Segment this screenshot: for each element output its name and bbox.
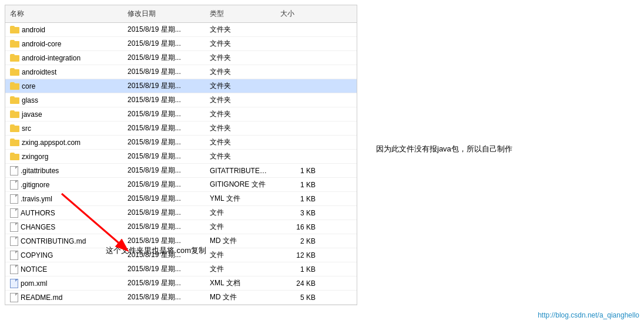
- file-size-cell: 2 KB: [276, 237, 323, 246]
- file-size-cell: [276, 114, 323, 115]
- folder-icon: [10, 124, 19, 132]
- folder-icon: [10, 96, 19, 104]
- file-name: javase: [22, 110, 42, 119]
- file-type-cell: XML 文档: [205, 278, 276, 289]
- file-name: zxingorg: [22, 153, 48, 161]
- file-name: android-integration: [22, 54, 80, 62]
- table-row[interactable]: .gitattributes 2015/8/19 星期... GITATTRIB…: [5, 164, 357, 178]
- file-size-cell: [276, 156, 323, 157]
- file-date-cell: 2015/8/19 星期...: [123, 165, 205, 176]
- table-row[interactable]: NOTICE 2015/8/19 星期... 文件 1 KB: [5, 262, 357, 276]
- table-row[interactable]: README.md 2015/8/19 星期... MD 文件 5 KB: [5, 291, 357, 305]
- annotation-text-2: 这个文件夹里也是将.com复制: [106, 245, 247, 256]
- file-date-cell: 2015/8/19 星期...: [123, 278, 205, 289]
- file-size-cell: 5 KB: [276, 293, 323, 302]
- file-name-cell: glass: [5, 96, 123, 105]
- file-type-cell: 文件: [205, 264, 276, 275]
- file-icon: [10, 180, 18, 190]
- file-name-cell: CHANGES: [5, 222, 123, 232]
- file-name: .travis.yml: [21, 195, 52, 203]
- file-icon: [10, 237, 18, 246]
- table-row[interactable]: AUTHORS 2015/8/19 星期... 文件 3 KB: [5, 206, 357, 220]
- table-row[interactable]: android 2015/8/19 星期... 文件夹: [5, 23, 357, 37]
- file-size-cell: 16 KB: [276, 222, 323, 232]
- table-row[interactable]: androidtest 2015/8/19 星期... 文件夹: [5, 65, 357, 79]
- file-date-cell: 2015/8/19 星期...: [123, 123, 205, 134]
- file-name-cell: android-integration: [5, 53, 123, 63]
- file-name: glass: [22, 96, 38, 104]
- file-size-cell: [276, 58, 323, 59]
- file-name: CHANGES: [21, 223, 55, 231]
- folder-icon: [10, 68, 19, 76]
- file-name: NOTICE: [21, 265, 47, 274]
- file-name-cell: COPYING: [5, 250, 123, 261]
- file-name: README.md: [21, 293, 62, 302]
- folder-icon: [10, 110, 19, 118]
- table-row[interactable]: core 2015/8/19 星期... 文件夹: [5, 79, 357, 93]
- folder-icon: [10, 26, 19, 33]
- table-header: 名称 修改日期 类型 大小: [5, 5, 357, 23]
- file-name-cell: .travis.yml: [5, 194, 123, 204]
- file-name: CONTRIBUTING.md: [21, 237, 86, 245]
- file-name-cell: README.md: [5, 292, 123, 303]
- table-row[interactable]: src 2015/8/19 星期... 文件夹: [5, 122, 357, 136]
- file-xml-icon: [10, 279, 18, 288]
- file-date-cell: 2015/8/19 星期...: [123, 80, 205, 92]
- table-row[interactable]: zxing.appspot.com 2015/8/19 星期... 文件夹: [5, 136, 357, 150]
- file-name-cell: androidtest: [5, 68, 123, 77]
- file-type-cell: 文件夹: [205, 137, 276, 148]
- file-type-cell: GITATTRIBUTES ...: [205, 166, 276, 176]
- file-icon: [10, 265, 18, 274]
- file-name-cell: pom.xml: [5, 278, 123, 289]
- file-date-cell: 2015/8/19 星期...: [123, 193, 205, 204]
- table-row[interactable]: .gitignore 2015/8/19 星期... GITIGNORE 文件 …: [5, 178, 357, 192]
- file-name-cell: core: [5, 82, 123, 91]
- table-row[interactable]: android-core 2015/8/19 星期... 文件夹: [5, 37, 357, 51]
- file-size-cell: 12 KB: [276, 251, 323, 260]
- file-list: 名称 修改日期 类型 大小 android 2015/8/19 星期... 文件…: [5, 5, 357, 305]
- file-date-cell: 2015/8/19 星期...: [123, 95, 205, 106]
- file-name: .gitignore: [21, 181, 49, 189]
- file-type-cell: 文件夹: [205, 151, 276, 162]
- table-row[interactable]: javase 2015/8/19 星期... 文件夹: [5, 107, 357, 122]
- file-type-cell: 文件夹: [205, 24, 276, 35]
- file-size-cell: [276, 29, 323, 31]
- folder-icon: [10, 82, 19, 90]
- file-size-cell: 1 KB: [276, 166, 323, 176]
- file-name: androidtest: [22, 68, 56, 76]
- table-row[interactable]: zxingorg 2015/8/19 星期... 文件夹: [5, 150, 357, 164]
- file-type-cell: 文件: [205, 207, 276, 218]
- col-header-size: 大小: [276, 8, 323, 20]
- table-row[interactable]: .travis.yml 2015/8/19 星期... YML 文件 1 KB: [5, 192, 357, 206]
- file-date-cell: 2015/8/19 星期...: [123, 52, 205, 63]
- file-size-cell: [276, 43, 323, 45]
- annotation-text-1: 因为此文件没有报java包，所以自己制作: [376, 144, 582, 154]
- table-row[interactable]: glass 2015/8/19 星期... 文件夹: [5, 93, 357, 107]
- file-size-cell: 1 KB: [276, 180, 323, 190]
- file-date-cell: 2015/8/19 星期...: [123, 179, 205, 190]
- file-type-cell: 文件夹: [205, 38, 276, 49]
- main-container: 名称 修改日期 类型 大小 android 2015/8/19 星期... 文件…: [0, 0, 644, 324]
- file-name-cell: CONTRIBUTING.md: [5, 236, 123, 247]
- file-size-cell: 24 KB: [276, 279, 323, 288]
- file-size-cell: 1 KB: [276, 265, 323, 274]
- table-row[interactable]: pom.xml 2015/8/19 星期... XML 文档 24 KB: [5, 276, 357, 291]
- file-type-cell: MD 文件: [205, 292, 276, 303]
- watermark: http://blog.csdn.net/a_qianghello: [538, 311, 639, 319]
- file-type-cell: 文件夹: [205, 123, 276, 134]
- file-name: COPYING: [21, 251, 53, 259]
- file-icon: [10, 222, 18, 232]
- col-header-date: 修改日期: [123, 8, 205, 20]
- file-name: android: [22, 26, 45, 34]
- table-row[interactable]: android-integration 2015/8/19 星期... 文件夹: [5, 51, 357, 65]
- table-row[interactable]: CHANGES 2015/8/19 星期... 文件 16 KB: [5, 220, 357, 234]
- file-name-cell: .gitignore: [5, 180, 123, 190]
- file-icon: [10, 166, 18, 176]
- file-type-cell: 文件夹: [205, 95, 276, 106]
- file-type-cell: 文件夹: [205, 109, 276, 120]
- file-size-cell: 1 KB: [276, 194, 323, 204]
- file-size-cell: 3 KB: [276, 208, 323, 218]
- file-date-cell: 2015/8/19 星期...: [123, 38, 205, 49]
- file-size-cell: [276, 72, 323, 73]
- col-header-type: 类型: [205, 8, 276, 20]
